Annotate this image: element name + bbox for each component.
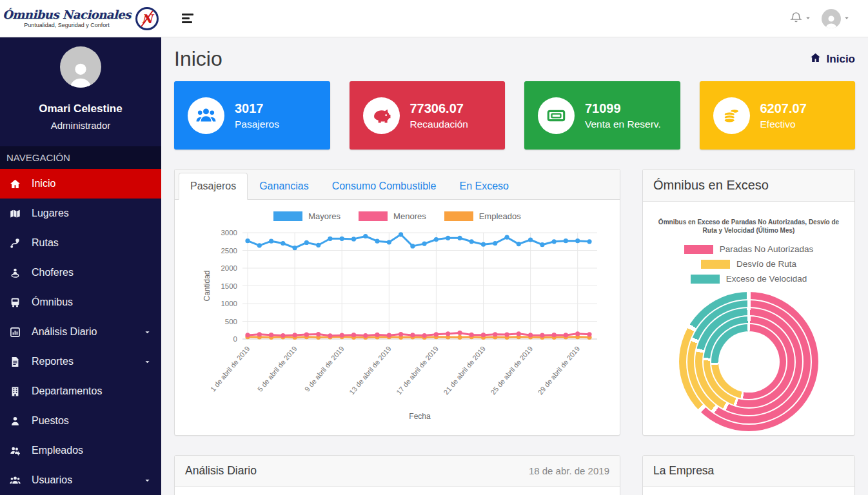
svg-text:1000: 1000 <box>221 300 237 307</box>
brand-badge-icon: N <box>135 7 159 30</box>
tab-ganancias[interactable]: Ganancias <box>248 173 321 200</box>
bell-icon <box>790 12 802 26</box>
breadcrumb[interactable]: Inicio <box>810 52 855 66</box>
exceso-donut-chart <box>679 292 818 431</box>
svg-text:9 de abril de 2019: 9 de abril de 2019 <box>303 345 346 393</box>
sidebar-item-puestos[interactable]: Puestos <box>0 406 161 436</box>
users-icon <box>10 475 26 486</box>
svg-text:2000: 2000 <box>221 264 237 272</box>
svg-text:17 de abril de 2019: 17 de abril de 2019 <box>395 345 440 396</box>
legend-swatch <box>273 211 302 221</box>
svg-text:3000: 3000 <box>221 229 237 237</box>
line-chart-legend: MayoresMenoresEmpleados <box>181 211 613 221</box>
sidebar-item-rutas[interactable]: Rutas <box>0 228 161 258</box>
donut-chart-title: Ómnibus en Exceso de Paradas No Autoriza… <box>649 218 848 235</box>
sidebar-item-label: Análisis Diario <box>32 326 97 338</box>
building-icon <box>10 386 26 397</box>
stat-card-efectivo: 6207.07Efectivo <box>700 81 856 150</box>
topbar-actions <box>787 6 868 31</box>
sidebar-item-choferes[interactable]: Choferes <box>0 258 161 287</box>
chart-icon <box>10 327 26 338</box>
charts-row: PasajerosGananciasConsumo CombustibleEn … <box>174 169 855 436</box>
stat-card-label: Pasajeros <box>235 119 279 130</box>
route-icon <box>10 238 26 249</box>
user-role: Administrador <box>0 120 161 131</box>
legend-swatch <box>701 260 730 269</box>
legend-item-menores[interactable]: Menores <box>359 211 426 221</box>
donut-ring-gap <box>718 331 780 393</box>
tab-pasajeros[interactable]: Pasajeros <box>179 173 248 200</box>
svg-text:Cantidad: Cantidad <box>202 270 212 301</box>
passengers-icon <box>188 97 224 134</box>
legend-item-mayores[interactable]: Mayores <box>273 211 340 221</box>
ticket-icon <box>538 97 575 134</box>
user-name: Omari Celestine <box>0 102 161 115</box>
caret-down-icon <box>144 477 151 484</box>
bus-icon <box>10 297 26 308</box>
legend-label: Menores <box>393 211 426 221</box>
legend-label: Paradas No Autorizadas <box>720 244 814 254</box>
sidebar-item-usuarios[interactable]: Usuarios <box>0 465 161 495</box>
exceso-panel-body: Ómnibus en Exceso de Paradas No Autoriza… <box>643 202 854 435</box>
exceso-panel: Ómnibus en Exceso Ómnibus en Exceso de P… <box>642 169 855 436</box>
svg-text:13 de abril de 2019: 13 de abril de 2019 <box>348 345 393 396</box>
brand-logo[interactable]: Ómnibus Nacionales Puntualidad, Segurida… <box>0 7 161 30</box>
stat-card-value: 3017 <box>235 101 279 116</box>
svg-text:1500: 1500 <box>221 282 237 290</box>
stat-card-value: 71099 <box>585 101 661 116</box>
legend-item-empleados[interactable]: Empleados <box>444 211 521 221</box>
sidebar-item-departamentos[interactable]: Departamentos <box>0 376 161 406</box>
stat-card-value: 6207.07 <box>760 101 807 116</box>
report-icon <box>10 356 26 367</box>
legend-label: Desvío de Ruta <box>736 259 796 269</box>
svg-text:29 de abril de 2019: 29 de abril de 2019 <box>537 345 582 396</box>
stat-card-label: Efectivo <box>760 119 807 130</box>
sidebar-item-omnibus[interactable]: Ómnibus <box>0 287 161 317</box>
stat-card-value: 77306.07 <box>410 101 468 116</box>
svg-text:1 de abril de 2019: 1 de abril de 2019 <box>209 345 252 393</box>
caret-down-icon <box>843 14 850 23</box>
sidebar: Omari Celestine Administrador NAVEGACIÓN… <box>0 37 161 495</box>
topbar: Ómnibus Nacionales Puntualidad, Segurida… <box>0 0 868 37</box>
sidebar-item-label: Departamentos <box>32 385 102 397</box>
sidebar-item-label: Reportes <box>32 356 74 367</box>
svg-text:25 de abril de 2019: 25 de abril de 2019 <box>489 345 534 396</box>
sidebar-item-label: Empleados <box>32 445 83 456</box>
sidebar-item-label: Ómnibus <box>32 296 73 308</box>
piggy-bank-icon <box>363 97 400 134</box>
person-icon <box>10 416 26 427</box>
legend-swatch <box>359 211 388 221</box>
sidebar-item-label: Lugares <box>32 208 69 219</box>
stat-card-recaudacion: 77306.07Recaudación <box>350 81 506 150</box>
page-header: Inicio Inicio <box>174 47 855 71</box>
sidebar-item-analisis-diario[interactable]: Análisis Diario <box>0 317 161 347</box>
analisis-panel-header: Análisis Diario 18 de abr. de 2019 <box>175 456 620 487</box>
empresa-panel: La Empresa <box>642 455 855 495</box>
tab-consumo-combustible[interactable]: Consumo Combustible <box>321 173 448 200</box>
tab-en-exceso[interactable]: En Exceso <box>448 173 520 200</box>
legend-swatch <box>691 275 720 284</box>
notifications-button[interactable] <box>787 9 814 28</box>
sidebar-item-reportes[interactable]: Reportes <box>0 347 161 376</box>
main-content: Inicio Inicio 3017Pasajeros77306.07Recau… <box>161 37 868 495</box>
donut-legend-item[interactable]: Exceso de Velocidad <box>649 274 848 284</box>
user-menu-button[interactable] <box>819 6 853 31</box>
donut-chart-legend: Paradas No AutorizadasDesvío de RutaExce… <box>649 244 848 284</box>
sidebar-item-lugares[interactable]: Lugares <box>0 199 161 228</box>
sidebar-toggle-button[interactable] <box>179 10 196 26</box>
sidebar-item-label: Choferes <box>32 267 74 278</box>
sidebar-item-empleados[interactable]: Empleados <box>0 436 161 465</box>
home-icon <box>10 179 26 189</box>
legend-swatch <box>684 245 713 254</box>
svg-text:2500: 2500 <box>221 247 237 255</box>
analisis-panel-title: Análisis Diario <box>185 464 257 478</box>
sidebar-item-label: Puestos <box>32 415 69 427</box>
legend-label: Empleados <box>479 211 521 221</box>
donut-legend-item[interactable]: Desvío de Ruta <box>649 259 848 269</box>
sidebar-item-inicio[interactable]: Inicio <box>0 169 161 199</box>
svg-text:0: 0 <box>233 335 237 343</box>
donut-legend-item[interactable]: Paradas No Autorizadas <box>649 244 848 254</box>
dashboard-root: Ómnibus Nacionales Puntualidad, Segurida… <box>0 0 868 495</box>
passengers-chart-panel: PasajerosGananciasConsumo CombustibleEn … <box>174 169 620 436</box>
svg-text:21 de abril de 2019: 21 de abril de 2019 <box>442 345 487 396</box>
